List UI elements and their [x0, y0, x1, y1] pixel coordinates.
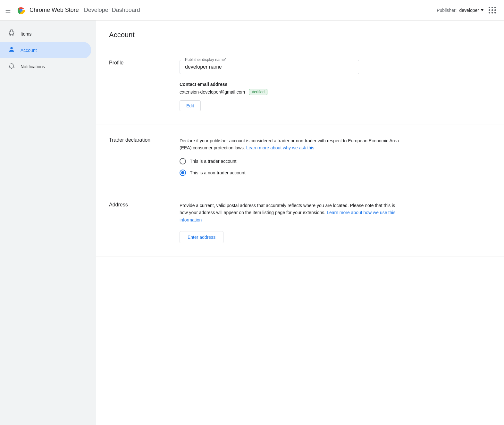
app-subtitle: Developer Dashboard [84, 7, 140, 13]
main-content: Account Profile Publisher display name* … [96, 21, 504, 425]
trader-section-label: Trader declaration [109, 137, 180, 176]
publisher-label: Publisher: [437, 8, 457, 13]
publisher-name-field[interactable]: Publisher display name* [180, 60, 359, 74]
sidebar-item-notifications[interactable]: Notifications [0, 58, 91, 75]
sidebar: Items Account Notifications [0, 21, 96, 425]
address-section-label: Address [109, 202, 180, 243]
publisher-name-text: developer [459, 8, 479, 13]
enter-address-button[interactable]: Enter address [180, 231, 223, 243]
address-description: Provide a current, valid postal address … [180, 202, 404, 223]
sidebar-account-label: Account [21, 48, 37, 53]
topbar: ☰ Chrome Web Store Developer Dashboard P… [0, 0, 504, 21]
bell-icon [8, 62, 15, 71]
publisher-name-input[interactable] [185, 64, 354, 70]
profile-section-content: Publisher display name* Contact email ad… [180, 60, 404, 111]
trader-description: Declare if your publisher account is con… [180, 137, 404, 152]
trader-radio-circle [180, 158, 186, 164]
trader-radio-group: This is a trader account This is a non-t… [180, 158, 404, 176]
account-icon [8, 46, 15, 54]
publisher-selector[interactable]: developer [459, 8, 484, 13]
trader-radio-item[interactable]: This is a trader account [180, 158, 404, 164]
topbar-right: Publisher: developer [437, 4, 499, 17]
trader-section: Trader declaration Declare if your publi… [96, 124, 504, 189]
non-trader-radio-circle [180, 170, 186, 176]
sidebar-item-items[interactable]: Items [0, 26, 91, 42]
contact-row: extension-developer@gmail.com Verified [180, 89, 404, 95]
contact-section: Contact email address extension-develope… [180, 82, 404, 111]
address-section-content: Provide a current, valid postal address … [180, 202, 404, 243]
profile-section: Profile Publisher display name* Contact … [96, 47, 504, 124]
non-trader-radio-item[interactable]: This is a non-trader account [180, 170, 404, 176]
non-trader-radio-dot [181, 171, 184, 174]
trader-learn-more-link[interactable]: Learn more about why we ask this [246, 145, 314, 150]
sidebar-notifications-label: Notifications [21, 64, 45, 69]
sidebar-item-account[interactable]: Account [0, 42, 91, 58]
sidebar-items-label: Items [21, 31, 31, 37]
chrome-logo-icon [16, 5, 26, 15]
publisher-name-field-label: Publisher display name* [184, 57, 228, 62]
layout: Items Account Notifications [0, 21, 504, 425]
menu-icon[interactable]: ☰ [5, 6, 11, 14]
trader-radio-label: This is a trader account [190, 159, 237, 164]
contact-email: extension-developer@gmail.com [180, 89, 245, 95]
page-title: Account [96, 21, 504, 47]
address-section: Address Provide a current, valid postal … [96, 189, 504, 256]
svg-point-2 [10, 47, 13, 49]
publisher-dropdown-icon [481, 9, 483, 11]
svg-point-1 [20, 9, 23, 12]
puzzle-icon [8, 29, 15, 38]
non-trader-radio-label: This is a non-trader account [190, 170, 246, 175]
profile-section-label: Profile [109, 60, 180, 111]
app-logo: Chrome Web Store Developer Dashboard [16, 5, 140, 15]
verified-badge: Verified [249, 89, 267, 95]
google-apps-icon[interactable] [486, 4, 499, 17]
app-title: Chrome Web Store [29, 7, 79, 13]
edit-email-button[interactable]: Edit [180, 100, 201, 111]
trader-section-content: Declare if your publisher account is con… [180, 137, 404, 176]
contact-label: Contact email address [180, 82, 404, 87]
